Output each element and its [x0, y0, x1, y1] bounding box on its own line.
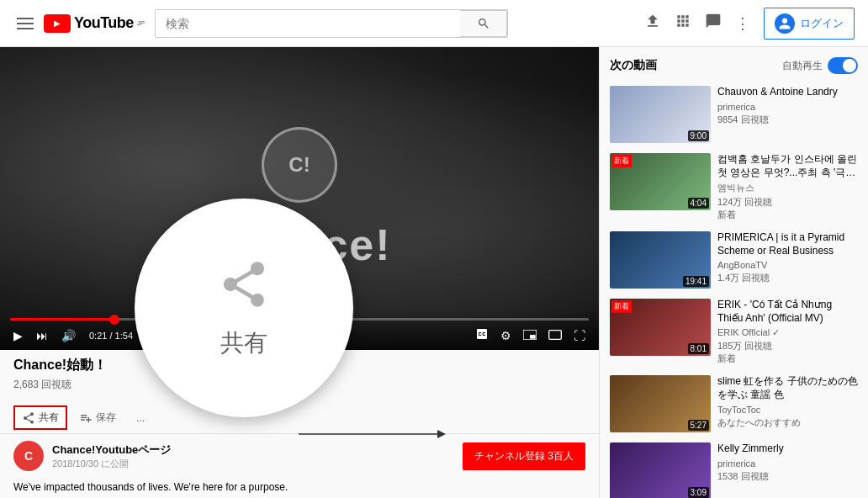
upload-icon[interactable]	[644, 13, 661, 34]
card-info: ERIK - 'Có Tất Cả Nhưng Thiếu Anh' (Offi…	[717, 299, 858, 365]
card-new-label: 新着	[717, 352, 858, 365]
volume-button[interactable]: 🔊	[58, 327, 79, 344]
search-input[interactable]	[156, 10, 460, 37]
progress-fill	[10, 318, 114, 321]
search-button[interactable]	[460, 10, 507, 37]
card-new-label: 新着	[717, 209, 858, 221]
thumbnail: 19:41	[610, 231, 711, 289]
fullscreen-button[interactable]: ⛶	[570, 327, 589, 344]
card-views: 9854 回視聴	[717, 114, 858, 126]
youtube-logo[interactable]: YouTubeJP	[44, 14, 145, 33]
header: YouTubeJP ⋮ ログイン	[0, 0, 868, 47]
share-button[interactable]: 共有	[13, 405, 67, 430]
autoplay-toggle[interactable]	[828, 57, 858, 74]
subscribe-button[interactable]: チャンネル登録 3百人	[463, 442, 585, 470]
video-section: C! Chance! ▶ ⏭ 🔊	[0, 47, 599, 498]
play-button[interactable]: ▶	[10, 327, 26, 344]
sidebar-header: 次の動画 自動再生	[600, 47, 868, 81]
duration-badge: 5:27	[688, 420, 709, 431]
autoplay-label: 自動再生	[782, 59, 823, 73]
sidebar-cards: 9:00 Chauvon & Antoine Landry primerica …	[600, 81, 868, 498]
settings-gear-button[interactable]: ⚙	[497, 327, 515, 344]
sidebar-title: 次の動画	[610, 58, 657, 73]
chat-icon[interactable]	[705, 13, 722, 34]
share-popup-icon	[217, 257, 271, 321]
sidebar-video-card[interactable]: 新着4:04 컴백홈 호날두가 인스타에 올린 첫 영상은 무엇?...주최 측…	[600, 148, 868, 226]
thumbnail: 3:09	[610, 442, 711, 498]
channel-avatar-letter: C	[24, 449, 33, 463]
card-views: 124万 回視聴	[717, 196, 858, 209]
ctrl-right: ⚙ ⛶	[472, 326, 589, 345]
time-total: 1:54	[115, 331, 133, 341]
video-logo-letter: C!	[288, 153, 310, 177]
svg-rect-1	[530, 335, 536, 339]
video-description: We've impacted thousands of lives. We're…	[0, 478, 599, 496]
card-channel: ToyTocToc	[717, 405, 858, 415]
more-icon[interactable]: ⋮	[735, 14, 750, 33]
channel-avatar: C	[13, 441, 44, 471]
card-title: 컴백홈 호날두가 인스타에 올린 첫 영상은 무엇?...주최 측 '극대노' …	[717, 153, 858, 179]
playlist-icon	[79, 411, 93, 425]
theater-button[interactable]	[545, 327, 565, 344]
card-views: 185万 回視聴	[717, 340, 858, 352]
next-button[interactable]: ⏭	[33, 327, 51, 344]
add-to-playlist-button[interactable]: 保存	[71, 405, 124, 430]
channel-name: Chance!Youtubeページ	[52, 442, 454, 458]
share-popup-label: 共有	[220, 327, 267, 359]
thumbnail: 新着4:04	[610, 153, 711, 210]
card-channel: AngBonaTV	[717, 260, 858, 270]
more-actions-button[interactable]: ...	[128, 407, 153, 429]
progress-dot	[109, 315, 119, 325]
autoplay-row: 自動再生	[782, 57, 858, 74]
miniplayer-button[interactable]	[520, 327, 540, 344]
hamburger-menu[interactable]	[13, 14, 37, 33]
svg-rect-2	[549, 330, 562, 339]
sidebar-video-card[interactable]: 5:27 slime 虹を作る 子供のための色を学ぶ 童謡 色 ToyTocTo…	[600, 370, 868, 437]
channel-info: Chance!Youtubeページ 2018/10/30 に公開	[52, 442, 454, 470]
sidebar-video-card[interactable]: 19:41 PRIMERICA | is it a Pyramid Scheme…	[600, 226, 868, 294]
sidebar-video-card[interactable]: 9:00 Chauvon & Antoine Landry primerica …	[600, 81, 868, 148]
card-info: slime 虹を作る 子供のための色を学ぶ 童謡 色 ToyTocToc あなた…	[717, 375, 858, 432]
sidebar-video-card[interactable]: 3:09 Kelly Zimmerly primerica 1538 回視聴	[600, 437, 868, 498]
new-badge: 新着	[611, 300, 632, 313]
video-section-inner: C! Chance! ▶ ⏭ 🔊	[0, 47, 599, 496]
time-current: 0:21	[89, 331, 107, 341]
logo-sup: JP	[137, 19, 145, 27]
sidebar: 次の動画 自動再生 9:00 Chauvon & Antoine Landry …	[599, 47, 868, 498]
time-display: 0:21 / 1:54	[89, 331, 133, 341]
login-avatar-icon	[775, 13, 795, 34]
card-info: Chauvon & Antoine Landry primerica 9854 …	[717, 86, 858, 143]
action-row: 共有 保存 ...	[0, 402, 599, 434]
card-channel: primerica	[717, 458, 858, 469]
share-popup-overlay: 共有	[135, 199, 353, 417]
card-info: 컴백홈 호날두가 인스타에 올린 첫 영상은 무엇?...주최 측 '극대노' …	[717, 153, 858, 221]
main-layout: C! Chance! ▶ ⏭ 🔊	[0, 47, 868, 498]
duration-badge: 4:04	[688, 198, 709, 209]
header-right: ⋮ ログイン	[644, 8, 855, 40]
duration-badge: 3:09	[688, 487, 709, 498]
duration-badge: 9:00	[688, 130, 709, 141]
card-channel: ERIK Official ✓	[717, 327, 858, 338]
card-title: slime 虹を作る 子供のための色を学ぶ 童謡 色	[717, 375, 858, 401]
thumbnail: 新着8:01	[610, 299, 711, 356]
cc-button[interactable]	[472, 326, 492, 345]
login-button[interactable]: ログイン	[764, 8, 855, 40]
card-channel: 엠빅뉴스	[717, 182, 858, 194]
logo-text: YouTube	[74, 14, 134, 32]
card-title: ERIK - 'Có Tất Cả Nhưng Thiếu Anh' (Offi…	[717, 299, 858, 325]
channel-date: 2018/10/30 に公開	[52, 458, 454, 470]
share-icon	[22, 411, 35, 425]
card-title: PRIMERICA | is it a Pyramid Scheme or Re…	[717, 231, 858, 257]
duration-badge: 8:01	[688, 343, 709, 354]
card-channel: primerica	[717, 102, 858, 112]
sidebar-video-card[interactable]: 新着8:01 ERIK - 'Có Tất Cả Nhưng Thiếu Anh…	[600, 294, 868, 370]
grid-icon[interactable]	[675, 13, 691, 34]
card-views: 1.4万 回視聴	[717, 272, 858, 284]
more-dots: ...	[136, 412, 145, 424]
youtube-logo-icon	[44, 14, 71, 33]
card-views: あなたへのおすすめ	[717, 416, 858, 429]
thumbnail: 5:27	[610, 375, 711, 432]
card-views: 1538 回視聴	[717, 470, 858, 483]
card-title: Chauvon & Antoine Landry	[717, 86, 858, 99]
video-logo-circle: C!	[262, 127, 337, 203]
